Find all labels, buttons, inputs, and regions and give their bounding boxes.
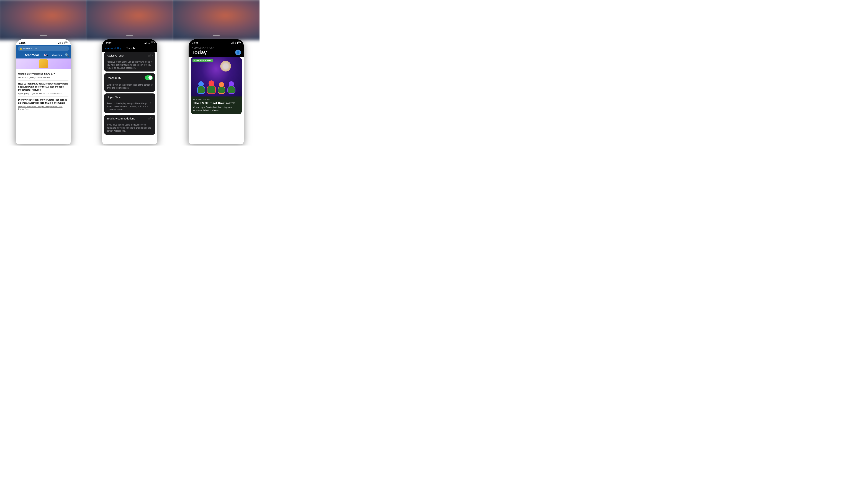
article-sub-1: Voicemail is getting a modern refresh bbox=[18, 76, 68, 79]
happening-now-badge: HAPPENING NOW bbox=[192, 59, 213, 62]
phone2-back-label: Accessibility bbox=[106, 47, 121, 50]
phone3-event-card[interactable]: HAPPENING NOW bbox=[191, 57, 242, 114]
phone2-screen: 14:55 ▲ 91 ‹ Accessibility Touch Assisti… bbox=[102, 39, 157, 145]
phone2-haptictouch-section: Haptic Touch › Press on the display usin… bbox=[104, 93, 155, 113]
phone1-battery: 91 bbox=[64, 41, 67, 44]
reachability-label: Reachability bbox=[107, 76, 121, 79]
phone3-bg bbox=[173, 0, 259, 40]
article-title-2: New 13-inch MacBook Airs have quietly be… bbox=[18, 82, 68, 91]
phone1-articles: What is Live Voicemail in iOS 17? Voicem… bbox=[16, 69, 71, 114]
reachability-toggle[interactable] bbox=[145, 75, 153, 80]
assistivetouch-chevron-icon: › bbox=[152, 54, 153, 57]
article-title-1: What is Live Voicemail in iOS 17? bbox=[18, 72, 68, 75]
phone1-brand: techradar bbox=[25, 53, 39, 57]
phone3-card-image bbox=[191, 57, 242, 96]
phone3-wifi-icon: ▲ bbox=[235, 42, 237, 44]
subscribe-button[interactable]: Subscribe ▾ bbox=[50, 53, 63, 57]
assistivetouch-row[interactable]: AssistiveTouch Off › bbox=[104, 52, 155, 59]
user-avatar[interactable]: 👤 bbox=[235, 50, 241, 55]
phone3-battery: 91 bbox=[238, 41, 240, 44]
phone3-today-row: Today 👤 bbox=[191, 50, 241, 56]
phone1-hero-image bbox=[16, 59, 71, 69]
haptictouch-chevron-icon: › bbox=[152, 96, 153, 98]
phone3-status-right: ▲ 91 bbox=[231, 41, 240, 44]
touchacc-desc: If you have trouble using the touchscree… bbox=[104, 122, 155, 134]
phone2-nav-row: ‹ Accessibility Touch bbox=[102, 45, 157, 52]
phone3-signal-icon bbox=[231, 41, 234, 44]
touchacc-value: Off › bbox=[148, 117, 153, 120]
hamburger-icon[interactable]: ☰ bbox=[18, 53, 21, 57]
phone1-status-bar: 14:56 ▲ 91 bbox=[16, 39, 71, 45]
phone2-bg bbox=[87, 0, 173, 40]
phone2-status-bar: 14:55 ▲ 91 bbox=[102, 39, 157, 45]
event-desc: Cowabunga! Don't miss this exciting new … bbox=[193, 106, 239, 112]
phone2-reachability-section: Reachability Swipe down on the bottom ed… bbox=[104, 73, 155, 92]
touchacc-label: Touch Accommodations bbox=[107, 117, 135, 120]
article-title-3: Disney Plus' recent movie Crater just ea… bbox=[18, 98, 68, 104]
assistivetouch-value: Off › bbox=[148, 54, 153, 57]
lock-icon: 🔒 bbox=[20, 47, 22, 50]
phone3-screen: 14:55 ▲ 91 WEDNESDAY 5 JULY Today 👤 HAPP… bbox=[189, 39, 244, 145]
reachability-row[interactable]: Reachability bbox=[104, 73, 155, 82]
search-icon[interactable]: 🔍 bbox=[65, 53, 69, 57]
phone1-screen: 14:56 ▲ 91 🔒 techradar.com ☰ techradar 🇬… bbox=[16, 39, 71, 145]
phone1-bg bbox=[0, 0, 87, 40]
haptictouch-label: Haptic Touch bbox=[107, 96, 122, 99]
phone3-time: 14:55 bbox=[192, 41, 198, 44]
phone3-date: WEDNESDAY 5 JULY bbox=[191, 47, 241, 49]
touchacc-row[interactable]: Touch Accommodations Off › bbox=[104, 115, 155, 122]
phone3-pull-handle bbox=[213, 35, 220, 36]
article-item-1[interactable]: What is Live Voicemail in iOS 17? Voicem… bbox=[18, 71, 68, 81]
phone1-url: techradar.com bbox=[23, 47, 37, 50]
phone2-screen-title: Touch bbox=[126, 47, 135, 50]
phone1-product-image bbox=[39, 59, 48, 68]
tmnt-characters bbox=[196, 81, 236, 96]
article-item-3[interactable]: Disney Plus' recent movie Crater just ea… bbox=[18, 97, 68, 112]
haptictouch-value: › bbox=[152, 96, 153, 98]
phone3-header: WEDNESDAY 5 JULY Today 👤 bbox=[189, 45, 244, 57]
phone3-status-bar: 14:55 ▲ 91 bbox=[189, 39, 244, 45]
phone2-status-right: ▲ 91 bbox=[145, 41, 154, 44]
phone1-nav-bar: 🔒 techradar.com bbox=[16, 45, 71, 52]
event-type-label: IN-GAME EVENT bbox=[193, 99, 239, 101]
phone1-time: 14:56 bbox=[19, 41, 26, 44]
assistivetouch-label: AssistiveTouch bbox=[107, 54, 124, 57]
phone1-pull-handle bbox=[40, 35, 47, 36]
phone2-touchacc-section: Touch Accommodations Off › If you have t… bbox=[104, 115, 155, 134]
haptictouch-desc: Press on the display using a different l… bbox=[104, 101, 155, 113]
assistivetouch-desc: AssistiveTouch allows you to use your iP… bbox=[104, 59, 155, 71]
chevron-left-icon: ‹ bbox=[105, 47, 106, 50]
reachability-desc: Swipe down on the bottom edge of the scr… bbox=[104, 82, 155, 92]
phone1-wifi-icon: ▲ bbox=[62, 42, 64, 44]
haptictouch-row[interactable]: Haptic Touch › bbox=[104, 93, 155, 101]
phone2-wifi-icon: ▲ bbox=[148, 42, 150, 44]
phone2-time: 14:55 bbox=[106, 41, 112, 44]
phone1-status-right: ▲ 91 bbox=[58, 41, 67, 44]
phone3-card-body: IN-GAME EVENT The TMNT meet their match … bbox=[191, 96, 242, 114]
moon-decoration bbox=[220, 61, 231, 71]
phone2-signal-icon bbox=[145, 41, 147, 44]
phone3-today-label: Today bbox=[191, 50, 207, 56]
phone1-column: 14:56 ▲ 91 🔒 techradar.com ☰ techradar 🇬… bbox=[0, 0, 87, 146]
phone2-back-button[interactable]: ‹ Accessibility bbox=[105, 47, 121, 50]
phone2-pull-handle bbox=[126, 35, 133, 36]
article-item-2[interactable]: New 13-inch MacBook Airs have quietly be… bbox=[18, 81, 68, 97]
flag-icon[interactable]: 🇬🇧▾ bbox=[44, 54, 48, 57]
article-sub-3: In space, no one can hear you being remo… bbox=[18, 105, 68, 111]
phone1-url-bar[interactable]: 🔒 techradar.com bbox=[18, 47, 69, 51]
phone2-battery: 91 bbox=[151, 41, 154, 44]
phone2-assistivetouch-section: AssistiveTouch Off › AssistiveTouch allo… bbox=[104, 52, 155, 71]
touchacc-chevron-icon: › bbox=[152, 117, 153, 120]
article-sub-2: Apple quietly upgrades new 13-inch MacBo… bbox=[18, 92, 68, 95]
phone1-brand-bar: ☰ techradar 🇬🇧▾ Subscribe ▾ 🔍 bbox=[16, 52, 71, 59]
event-title: The TMNT meet their match bbox=[193, 101, 239, 105]
phone3-column: 14:55 ▲ 91 WEDNESDAY 5 JULY Today 👤 HAPP… bbox=[173, 0, 259, 146]
phone1-signal-icon bbox=[58, 42, 61, 44]
phone2-column: 14:55 ▲ 91 ‹ Accessibility Touch Assisti… bbox=[87, 0, 173, 146]
